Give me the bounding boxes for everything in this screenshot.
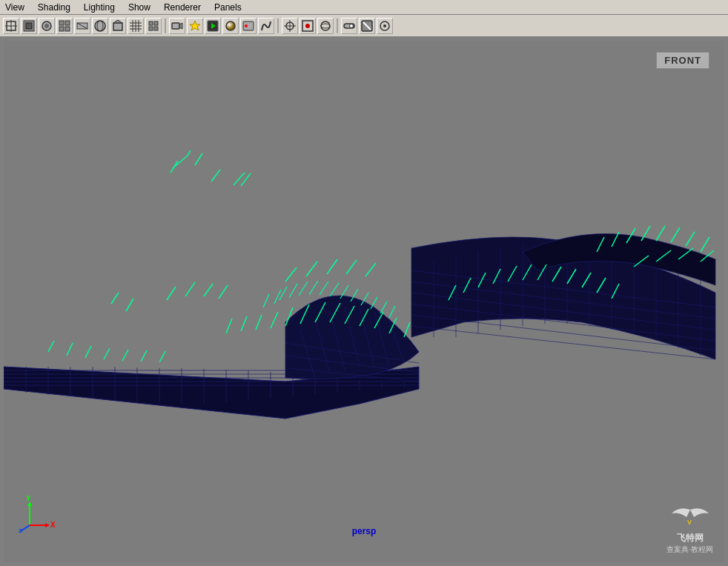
svg-point-6: [44, 24, 49, 28]
svg-rect-10: [65, 27, 70, 31]
svg-point-34: [245, 24, 248, 27]
menu-shading[interactable]: Shading: [36, 1, 73, 13]
toolbar-btn-mat[interactable]: [222, 18, 239, 34]
menu-view[interactable]: View: [3, 1, 27, 13]
toolbar-sep-3: [337, 19, 338, 33]
svg-text:X: X: [50, 521, 56, 529]
svg-text:Z: Z: [19, 527, 22, 533]
toolbar-btn-snap-surf[interactable]: [317, 18, 334, 34]
svg-rect-7: [59, 21, 64, 25]
viewport[interactable]: FRONT persp Y Z X: [0, 37, 728, 566]
toolbar-btn-light[interactable]: [187, 18, 203, 34]
toolbar-btn-snap-pt[interactable]: [300, 18, 316, 34]
watermark-text-line1: 飞特网: [666, 532, 713, 545]
svg-rect-26: [154, 27, 158, 30]
menu-renderer[interactable]: Renderer: [162, 1, 203, 13]
svg-point-41: [321, 24, 330, 28]
toolbar-btn-deform[interactable]: [258, 18, 274, 34]
svg-point-39: [305, 24, 310, 28]
toolbar-btn-9[interactable]: [145, 18, 162, 34]
scene-svg: [4, 41, 724, 562]
svg-marker-28: [179, 23, 182, 29]
svg-rect-4: [26, 23, 32, 29]
viewport-canvas[interactable]: FRONT persp Y Z X: [4, 41, 724, 562]
toolbar: [0, 15, 728, 37]
toolbar-btn-camera[interactable]: [169, 18, 185, 34]
svg-rect-8: [65, 21, 70, 25]
menu-lighting[interactable]: Lighting: [82, 1, 117, 13]
svg-rect-23: [149, 21, 153, 25]
axis-indicator: Y Z X: [19, 496, 56, 533]
svg-point-47: [383, 24, 386, 27]
toolbar-btn-8[interactable]: [128, 18, 144, 34]
toolbar-btn-render[interactable]: [205, 18, 221, 34]
menu-bar: View Shading Lighting Show Renderer Pane…: [0, 0, 728, 15]
svg-marker-183: [45, 523, 50, 527]
svg-text:Y: Y: [26, 496, 31, 502]
svg-rect-27: [172, 23, 179, 29]
watermark-logo: V: [666, 506, 713, 532]
toolbar-btn-3[interactable]: [39, 18, 55, 34]
svg-marker-16: [113, 20, 122, 23]
toolbar-btn-5[interactable]: [74, 18, 90, 34]
svg-point-32: [226, 21, 235, 30]
toolbar-btn-4[interactable]: [56, 18, 73, 34]
svg-point-43: [350, 24, 354, 27]
toolbar-btn-show-all[interactable]: [341, 18, 357, 34]
menu-show[interactable]: Show: [126, 1, 153, 13]
toolbar-btn-2[interactable]: [21, 18, 37, 34]
persp-label: persp: [352, 526, 377, 536]
toolbar-btn-1[interactable]: [3, 18, 19, 34]
svg-rect-15: [113, 23, 122, 30]
svg-rect-24: [154, 21, 158, 25]
watermark: V 飞特网 查案典·教程网: [666, 506, 713, 555]
toolbar-btn-6[interactable]: [92, 18, 108, 34]
svg-text:V: V: [687, 519, 692, 526]
svg-rect-25: [149, 27, 153, 30]
svg-rect-9: [59, 27, 64, 31]
menu-panels[interactable]: Panels: [212, 1, 244, 13]
watermark-text-line2: 查案典·教程网: [666, 545, 713, 555]
svg-point-40: [321, 21, 330, 30]
toolbar-btn-7[interactable]: [110, 18, 126, 34]
front-label: FRONT: [656, 52, 709, 69]
toolbar-btn-anim[interactable]: [240, 18, 257, 34]
toolbar-btn-isolate[interactable]: [377, 18, 393, 34]
toolbar-sep-2: [277, 19, 279, 33]
toolbar-btn-snap-grid[interactable]: [282, 18, 298, 34]
svg-point-13: [95, 21, 105, 31]
toolbar-sep-1: [165, 19, 166, 33]
toolbar-btn-hide[interactable]: [359, 18, 375, 34]
svg-marker-29: [190, 21, 200, 30]
